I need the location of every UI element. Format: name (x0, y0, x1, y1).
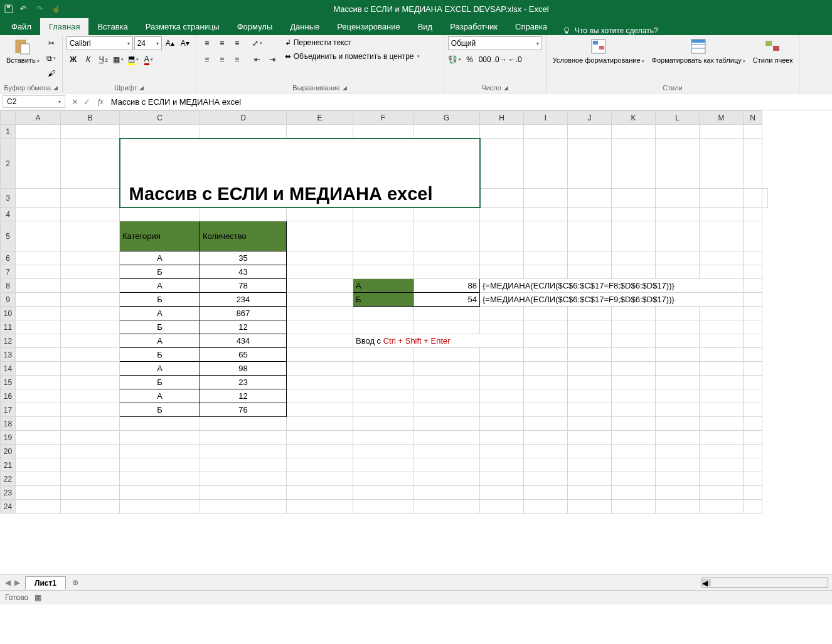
scrollbar-thumb[interactable]: ◀ (702, 579, 711, 586)
cancel-formula-icon[interactable]: ✕ (72, 97, 78, 107)
align-bottom-button[interactable]: ≡ (230, 36, 244, 50)
row-header[interactable]: 3 (1, 189, 16, 208)
format-as-table-button[interactable]: Форматировать как таблицу▾ (649, 36, 748, 65)
row-header[interactable]: 2 (1, 139, 16, 189)
cell[interactable]: А (120, 334, 200, 348)
row-header[interactable]: 16 (1, 389, 16, 403)
cell[interactable]: 76 (200, 403, 287, 417)
align-center-button[interactable]: ≡ (215, 53, 229, 66)
tab-review[interactable]: Рецензирование (328, 18, 408, 35)
row-header[interactable]: 23 (1, 486, 16, 500)
tab-formulas[interactable]: Формулы (228, 18, 282, 35)
add-sheet-button[interactable]: ⊕ (66, 578, 85, 587)
select-all-corner[interactable] (1, 111, 16, 125)
col-header[interactable]: D (200, 111, 287, 125)
horizontal-scrollbar[interactable]: ◀ (701, 578, 828, 588)
cell[interactable]: А (120, 362, 200, 376)
row-header[interactable]: 12 (1, 334, 16, 348)
redo-icon[interactable]: ↷▾ (36, 4, 46, 14)
fx-icon[interactable]: fx (94, 97, 107, 107)
row-header[interactable]: 10 (1, 307, 16, 320)
formula-input[interactable]: Массив с ЕСЛИ и МЕДИАНА excel (107, 96, 832, 108)
col-header[interactable]: I (524, 111, 568, 125)
enter-formula-icon[interactable]: ✓ (83, 97, 90, 107)
row-header[interactable]: 24 (1, 500, 16, 514)
col-header[interactable]: C (120, 111, 200, 125)
wrap-text-button[interactable]: ↲Перенести текст (282, 36, 440, 49)
font-name-combo[interactable]: Calibri▾ (67, 36, 133, 50)
cell[interactable]: 65 (200, 348, 287, 362)
tab-layout[interactable]: Разметка страницы (137, 18, 228, 35)
result-key[interactable]: А (353, 279, 413, 293)
sheet-tab[interactable]: Лист1 (25, 576, 66, 589)
paste-button[interactable]: Вставить▾ (4, 36, 42, 65)
worksheet[interactable]: A B C D E F G H I J K L M N 1 2 Массив с… (0, 110, 832, 574)
row-header[interactable]: 4 (1, 208, 16, 221)
row-header[interactable]: 20 (1, 445, 16, 458)
qat-customize-icon[interactable]: ▾ (69, 4, 79, 14)
tab-view[interactable]: Вид (409, 18, 442, 35)
alignment-launcher-icon[interactable]: ◢ (343, 85, 347, 91)
cell[interactable]: 35 (200, 251, 287, 265)
row-header[interactable]: 7 (1, 265, 16, 279)
copy-button[interactable]: ⧉▾ (45, 51, 58, 65)
row-header[interactable]: 13 (1, 348, 16, 362)
col-header[interactable]: F (353, 111, 413, 125)
cell[interactable]: 12 (200, 389, 287, 403)
row-header[interactable]: 5 (1, 221, 16, 251)
comma-button[interactable]: 000 (478, 53, 492, 66)
cell[interactable]: Б (120, 265, 200, 279)
increase-font-button[interactable]: A▴ (163, 36, 177, 50)
font-launcher-icon[interactable]: ◢ (139, 85, 144, 91)
increase-decimal-button[interactable]: .0→ (493, 53, 507, 66)
row-header[interactable]: 21 (1, 458, 16, 472)
col-header[interactable]: E (287, 111, 353, 125)
cell[interactable]: Б (120, 320, 200, 334)
tab-insert[interactable]: Вставка (88, 18, 136, 35)
percent-button[interactable]: % (463, 53, 477, 66)
decrease-decimal-button[interactable]: ←.0 (508, 53, 522, 66)
tab-home[interactable]: Главная (40, 18, 88, 35)
col-header[interactable]: A (16, 111, 61, 125)
format-painter-button[interactable]: 🖌 (45, 66, 58, 80)
align-middle-button[interactable]: ≡ (215, 36, 229, 50)
cell[interactable]: 234 (200, 293, 287, 307)
next-sheet-icon[interactable]: ▶ (14, 578, 20, 587)
result-value[interactable]: 88 (413, 279, 480, 293)
align-right-button[interactable]: ≡ (230, 53, 244, 66)
cell[interactable]: Б (120, 348, 200, 362)
cell-styles-button[interactable]: Стили ячеек (750, 36, 795, 65)
cell[interactable]: 98 (200, 362, 287, 376)
row-header[interactable]: 9 (1, 293, 16, 307)
italic-button[interactable]: К (82, 53, 95, 66)
row-header[interactable]: 22 (1, 472, 16, 486)
font-size-combo[interactable]: 24▾ (134, 36, 162, 50)
row-header[interactable]: 15 (1, 376, 16, 389)
decrease-font-button[interactable]: A▾ (178, 36, 192, 50)
save-icon[interactable] (4, 4, 14, 14)
row-header[interactable]: 6 (1, 251, 16, 265)
row-header[interactable]: 17 (1, 403, 16, 417)
hint-cell[interactable]: Ввод с Ctrl + Shift + Enter (353, 334, 524, 348)
cell[interactable]: А (120, 251, 200, 265)
col-header[interactable]: G (413, 111, 480, 125)
conditional-formatting-button[interactable]: Условное форматирование▾ (550, 36, 647, 65)
col-header[interactable]: H (480, 111, 524, 125)
cell[interactable]: А (120, 307, 200, 320)
clipboard-launcher-icon[interactable]: ◢ (53, 85, 58, 91)
row-header[interactable]: 14 (1, 362, 16, 376)
cell[interactable]: Б (120, 403, 200, 417)
borders-button[interactable]: ▦▾ (112, 53, 125, 66)
col-header[interactable]: M (700, 111, 744, 125)
bold-button[interactable]: Ж (67, 53, 80, 66)
tab-help[interactable]: Справка (506, 18, 556, 35)
increase-indent-button[interactable]: ⇥ (265, 53, 279, 66)
col-header[interactable]: N (744, 111, 762, 125)
decrease-indent-button[interactable]: ⇤ (250, 53, 264, 66)
tab-data[interactable]: Данные (281, 18, 328, 35)
col-header[interactable]: J (568, 111, 612, 125)
cut-button[interactable]: ✂ (45, 36, 58, 50)
number-format-combo[interactable]: Общий▾ (448, 36, 542, 50)
orientation-button[interactable]: ⤢▾ (250, 36, 264, 50)
name-box[interactable]: C2▾ (3, 95, 65, 108)
